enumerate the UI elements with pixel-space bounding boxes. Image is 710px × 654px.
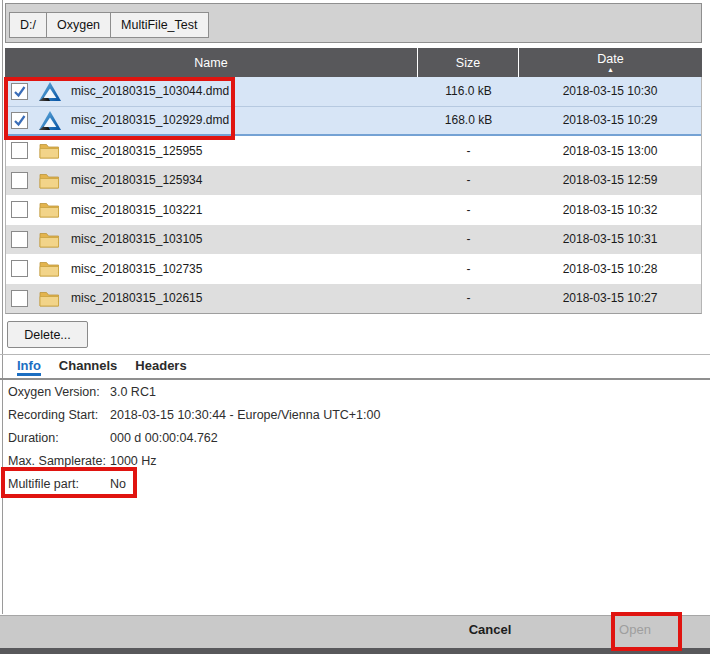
folder-icon [39, 290, 60, 307]
file-size: 116.0 kB [418, 84, 519, 98]
checkbox-cell [6, 201, 39, 218]
column-header-size-label: Size [456, 56, 480, 70]
checkbox-cell [6, 142, 39, 159]
file-name: misc_20180315_103105 [71, 232, 418, 246]
window-bottom-edge [0, 648, 710, 654]
folder-icon [39, 201, 60, 218]
column-header-date-label: Date [597, 52, 623, 66]
tab-channels[interactable]: Channels [59, 358, 118, 376]
info-row-max-samplerate: Max. Samplerate: 1000 Hz [8, 449, 380, 472]
breadcrumb-drive[interactable]: D:/ [9, 12, 47, 38]
open-button[interactable]: Open [600, 622, 670, 637]
row-checkbox[interactable] [11, 201, 28, 218]
file-date: 2018-03-15 13:00 [519, 144, 701, 158]
info-row-recording-start: Recording Start: 2018-03-15 10:30:44 - E… [8, 403, 380, 426]
file-date: 2018-03-15 10:28 [519, 262, 701, 276]
table-row[interactable]: misc_20180315_103221 - 2018-03-15 10:32 [6, 195, 701, 225]
folder-icon [39, 142, 60, 159]
file-date: 2018-03-15 12:59 [519, 173, 701, 187]
file-size: - [418, 291, 519, 305]
checkbox-cell [6, 112, 39, 129]
info-row-oxygen-version: Oxygen Version: 3.0 RC1 [8, 380, 380, 403]
row-checkbox[interactable] [11, 142, 28, 159]
file-name: misc_20180315_125955 [71, 144, 418, 158]
file-size: - [418, 203, 519, 217]
checkbox-cell [6, 231, 39, 248]
file-date: 2018-03-15 10:27 [519, 291, 701, 305]
file-type-icon-cell [39, 201, 71, 218]
file-type-icon-cell [39, 82, 71, 101]
table-row[interactable]: misc_20180315_125955 - 2018-03-15 13:00 [6, 136, 701, 166]
cancel-button[interactable]: Cancel [450, 622, 530, 637]
file-date: 2018-03-15 10:31 [519, 232, 701, 246]
column-header-date[interactable]: Date ▲ [518, 48, 702, 77]
row-checkbox[interactable] [11, 172, 28, 189]
info-panel: Oxygen Version: 3.0 RC1 Recording Start:… [8, 380, 380, 495]
breadcrumb-oxygen[interactable]: Oxygen [46, 12, 111, 38]
info-value: No [110, 477, 126, 491]
row-checkbox[interactable] [11, 112, 28, 129]
table-row[interactable]: misc_20180315_102929.dmd 168.0 kB 2018-0… [6, 107, 701, 137]
table-row[interactable]: misc_20180315_125934 - 2018-03-15 12:59 [6, 166, 701, 196]
file-date: 2018-03-15 10:30 [519, 84, 701, 98]
detail-tabs: Info Channels Headers [17, 358, 187, 376]
file-name: misc_20180315_103221 [71, 203, 418, 217]
row-checkbox[interactable] [11, 83, 28, 100]
checkbox-cell [6, 290, 39, 307]
file-list: misc_20180315_103044.dmd 116.0 kB 2018-0… [5, 77, 702, 314]
folder-icon [39, 231, 60, 248]
table-row[interactable]: misc_20180315_102735 - 2018-03-15 10:28 [6, 254, 701, 284]
file-name: misc_20180315_125934 [71, 173, 418, 187]
info-value: 3.0 RC1 [110, 385, 156, 399]
file-type-icon-cell [39, 172, 71, 189]
row-checkbox[interactable] [11, 290, 28, 307]
file-name: misc_20180315_102735 [71, 262, 418, 276]
info-value: 1000 Hz [110, 454, 157, 468]
folder-icon [39, 172, 60, 189]
file-date: 2018-03-15 10:29 [519, 113, 701, 127]
file-type-icon-cell [39, 142, 71, 159]
file-type-icon-cell [39, 260, 71, 277]
file-size: - [418, 173, 519, 187]
row-checkbox[interactable] [11, 231, 28, 248]
file-type-icon-cell [39, 290, 71, 307]
file-size: - [418, 232, 519, 246]
info-label: Multifile part: [8, 477, 110, 491]
check-icon [12, 113, 27, 128]
file-size: - [418, 144, 519, 158]
window-left-border [2, 0, 3, 614]
tab-info[interactable]: Info [17, 358, 41, 376]
breadcrumb-multifile-test[interactable]: MultiFile_Test [110, 12, 208, 38]
table-row[interactable]: misc_20180315_102615 - 2018-03-15 10:27 [6, 284, 701, 314]
file-size: 168.0 kB [418, 113, 519, 127]
folder-icon [39, 260, 60, 277]
column-header-name[interactable]: Name [5, 48, 417, 77]
table-row[interactable]: misc_20180315_103044.dmd 116.0 kB 2018-0… [6, 77, 701, 107]
tab-headers[interactable]: Headers [135, 358, 186, 376]
dmd-file-icon [39, 111, 61, 130]
checkbox-cell [6, 172, 39, 189]
info-row-duration: Duration: 000 d 00:00:04.762 [8, 426, 380, 449]
info-value: 000 d 00:00:04.762 [110, 431, 218, 445]
file-size: - [418, 262, 519, 276]
info-label: Duration: [8, 431, 110, 445]
table-row[interactable]: misc_20180315_103105 - 2018-03-15 10:31 [6, 225, 701, 255]
sort-ascending-icon: ▲ [607, 67, 614, 73]
check-icon [12, 84, 27, 99]
breadcrumb: D:/ Oxygen MultiFile_Test [5, 3, 702, 43]
file-date: 2018-03-15 10:32 [519, 203, 701, 217]
info-value: 2018-03-15 10:30:44 - Europe/Vienna UTC+… [110, 408, 380, 422]
file-open-dialog: D:/ Oxygen MultiFile_Test Name Size Date… [0, 0, 710, 654]
delete-button[interactable]: Delete... [7, 321, 88, 348]
info-label: Recording Start: [8, 408, 110, 422]
file-name: misc_20180315_103044.dmd [71, 84, 418, 98]
checkbox-cell [6, 260, 39, 277]
info-row-multifile-part: Multifile part: No [8, 472, 380, 495]
column-header-size[interactable]: Size [417, 48, 518, 77]
info-label: Oxygen Version: [8, 385, 110, 399]
file-type-icon-cell [39, 231, 71, 248]
column-header-name-label: Name [194, 56, 227, 70]
row-checkbox[interactable] [11, 260, 28, 277]
file-type-icon-cell [39, 111, 71, 130]
checkbox-cell [6, 83, 39, 100]
